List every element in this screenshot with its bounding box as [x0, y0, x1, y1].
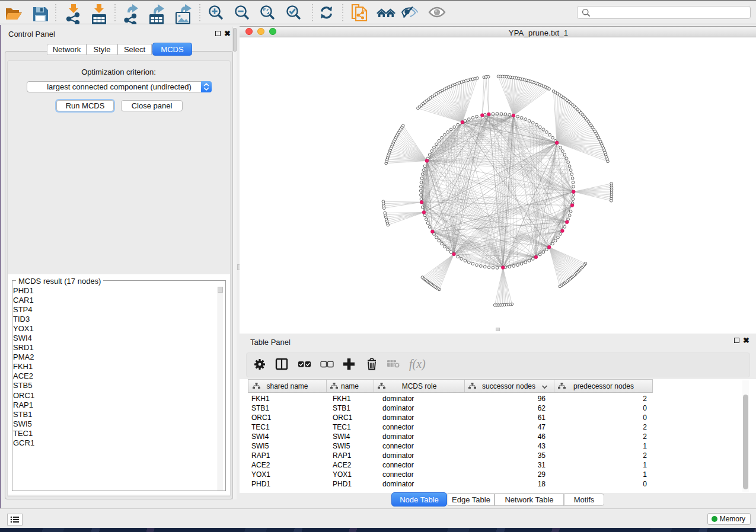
- svg-text:f(x): f(x): [409, 357, 426, 371]
